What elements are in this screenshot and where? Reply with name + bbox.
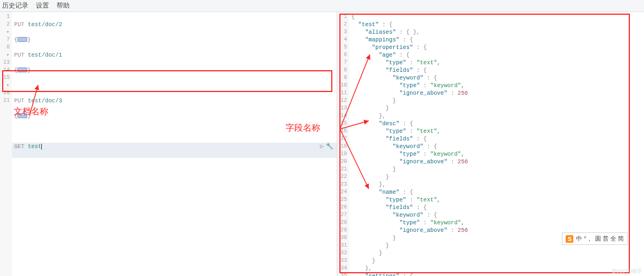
http-method: PUT [14,52,24,58]
gutter-line: 20 [337,158,347,165]
gutter-line: 15 ▸ [0,74,10,89]
gutter-line: 13 [337,105,347,112]
gutter-line: 26 [337,204,347,211]
current-request-line[interactable]: GET test ▷ 🔧 [12,143,337,158]
wrench-icon[interactable]: 🔧 [326,143,333,150]
http-method: PUT [14,21,24,28]
gutter-line: 23 [337,181,347,188]
gutter-line: 4 [337,36,347,44]
gutter-line: 16 [337,127,347,135]
fold-badge[interactable] [17,68,27,72]
gutter-line: 19 [337,150,347,158]
gutter-line: 11 [337,89,347,97]
request-editor[interactable]: PUT test/doc/2 {} PUT test/doc/1 {} PUT … [12,12,337,174]
gutter-line: 1 [0,13,10,21]
gutter-line: 29 [337,226,347,234]
gutter-line: 17 [337,135,347,143]
menu-settings[interactable]: 设置 [36,1,49,10]
gutter-line: 8 ▸ [0,44,10,59]
gutter-line: 10 [337,82,347,89]
request-path: test/doc/3 [28,97,62,104]
right-gutter: 1234567891011121314151617181920212223242… [337,12,349,276]
gutter-line: 30 [337,234,347,242]
gutter-line: 25 [337,196,347,204]
sogou-icon: S [566,235,573,243]
menu-history[interactable]: 历史记录 [2,1,28,10]
annotation-field-name: 字段名称 [286,122,320,134]
annotation-doc-name: 文档名称 [14,106,48,118]
http-method: PUT [14,97,24,104]
gutter-line: 8 [337,66,347,74]
gutter-line: 35 [337,272,347,276]
gutter-line: 12 [337,97,347,105]
gutter-line: 21 [337,165,347,173]
run-request-icon[interactable]: ▷ [320,143,324,150]
gutter-line: 21 [0,97,10,105]
gutter-line: 14 [337,112,347,120]
ime-text: 中 °， [576,235,592,243]
request-path: test/doc/1 [28,52,62,58]
request-path: test/doc/2 [28,21,62,28]
gutter-line: 20 [0,89,10,97]
gutter-line: 15 [337,120,347,127]
gutter-line: 1 [337,13,347,21]
gutter-line: 32 [337,249,347,257]
gutter-line: 13 [0,59,10,66]
gutter-line: 27 [337,211,347,219]
gutter-line: 18 [337,143,347,150]
gutter-line: 2 ▸ [0,21,10,36]
gutter-line: 9 [337,74,347,82]
ime-indicator[interactable]: S 中 °， 圆 昔 全 简 [562,232,628,245]
watermark: @51CTO推荐 [611,268,642,275]
text-cursor [41,144,42,150]
fold-badge[interactable] [17,37,27,42]
gutter-line: 3 [337,28,347,36]
gutter-line: 22 [337,173,347,181]
gutter-line: 5 [337,44,347,51]
response-pane: 1234567891011121314151617181920212223242… [337,12,644,276]
menu-help[interactable]: 帮助 [57,1,70,10]
gutter-line: 33 [337,257,347,265]
gutter-line: 28 [337,219,347,226]
gutter-line: 2 [337,21,347,28]
menubar: 历史记录 设置 帮助 [0,0,644,12]
gutter-line: 31 [337,242,347,249]
ime-extra: 圆 昔 全 简 [595,235,624,243]
gutter-line: 24 [337,188,347,196]
request-editor-pane: 1 2 ▸ 7 8 ▸ 13 14 15 ▸ 20 21 PUT test/do… [0,12,337,276]
gutter-line: 34 [337,265,347,272]
gutter-line: 7 [0,36,10,44]
gutter-line: 6 [337,51,347,59]
left-gutter: 1 2 ▸ 7 8 ▸ 13 14 15 ▸ 20 21 [0,12,12,276]
gutter-line: 7 [337,59,347,66]
gutter-line: 14 [0,66,10,74]
